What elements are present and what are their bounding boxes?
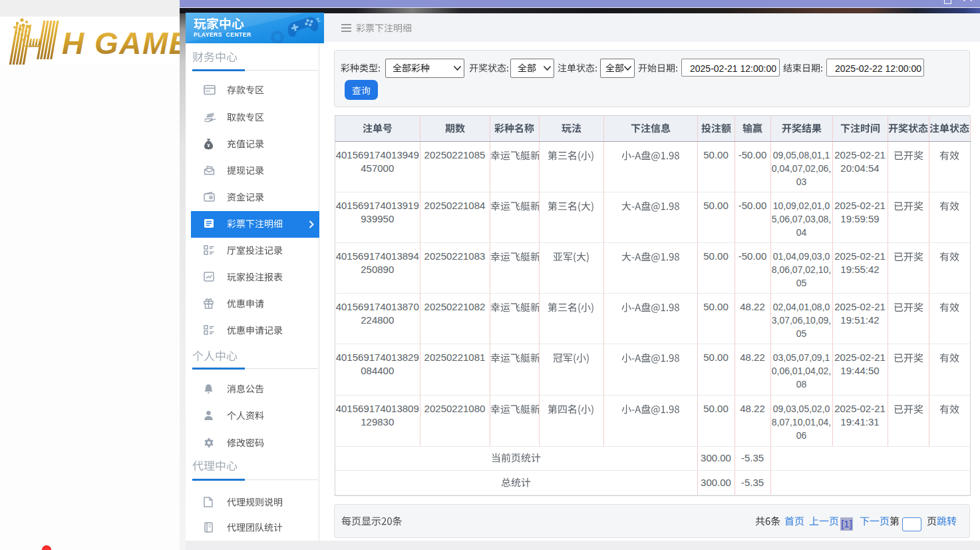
svg-text:H GAME: H GAME [62, 26, 190, 61]
